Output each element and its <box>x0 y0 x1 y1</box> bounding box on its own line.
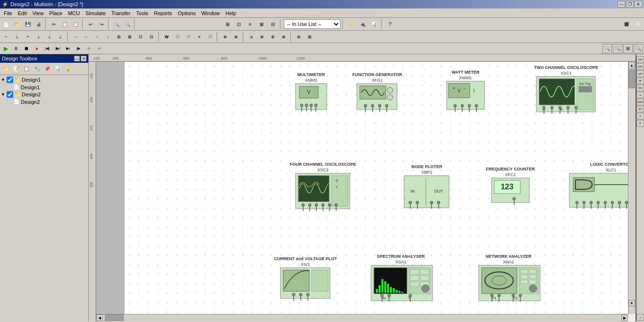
comp-ind[interactable]: ⊡ <box>136 32 146 42</box>
scroll-left-btn[interactable]: ◀ <box>96 314 103 321</box>
comp-oplus4[interactable]: ⊕ <box>268 32 278 42</box>
scrollbar-bottom[interactable]: ◀ ▶ <box>96 314 628 322</box>
comp-btn2[interactable]: ⊡ <box>234 19 244 29</box>
comp-diode[interactable]: ⊟ <box>146 32 157 42</box>
scroll-down-btn[interactable]: ▼ <box>628 300 635 306</box>
stop-button[interactable]: ⏹ <box>22 44 31 53</box>
canvas-main[interactable]: MULTIMETER XMM1 V <box>96 62 628 314</box>
toolbox-new-icon[interactable]: 📁 <box>1 64 10 74</box>
minimize-button[interactable]: — <box>618 1 625 8</box>
right-panel-btn-bottom[interactable]: ↕ <box>636 314 644 321</box>
right-panel-btn-10[interactable]: 0 <box>636 120 644 127</box>
toolbox-open-icon[interactable]: 📝 <box>11 64 21 74</box>
menu-window[interactable]: Window <box>198 9 222 17</box>
scroll-hthumb[interactable] <box>105 314 124 321</box>
comp-ground[interactable]: ⊥ <box>12 32 22 42</box>
tree-item-design1-root[interactable]: ▼ 📁 Design1 <box>1 76 87 84</box>
sim-cursor2[interactable]: ⊹ <box>94 44 104 53</box>
pause-button[interactable]: ⏸ <box>11 44 21 53</box>
run-button[interactable]: ▶ <box>1 44 10 53</box>
sim-step4[interactable]: |▶ <box>74 44 83 53</box>
right-panel-btn-3[interactable]: μA <box>636 70 644 77</box>
comp-circle[interactable]: ⌀ <box>246 32 256 42</box>
toolbox-close-btn[interactable]: ✕ <box>81 56 86 61</box>
comp-arrow-l[interactable]: ← <box>81 32 92 42</box>
save-button[interactable]: 💾 <box>23 19 33 29</box>
toolbox-settings-icon[interactable]: 🔧 <box>32 64 42 74</box>
right-panel-btn-7[interactable]: ZAG <box>636 99 644 105</box>
toolbox-chart-icon[interactable]: 📊 <box>53 64 62 74</box>
sim-btn3[interactable]: 📊 <box>369 19 379 29</box>
copy-button[interactable]: 📋 <box>59 19 70 29</box>
help-btn[interactable]: ? <box>385 19 395 29</box>
zoom-fit[interactable]: ⊞ <box>623 44 633 53</box>
comp-oplus2[interactable]: ⊕ <box>231 32 241 42</box>
scrollbar-right[interactable]: ▲ ▼ <box>628 62 636 314</box>
menu-transfer[interactable]: Transfer <box>109 9 134 17</box>
toolbox-pin-icon[interactable]: 📌 <box>42 64 52 74</box>
comp-obox[interactable]: ⊠ <box>305 32 315 42</box>
tree-item-design2-file[interactable]: 📄 Design2 <box>8 98 87 105</box>
menu-file[interactable]: File <box>1 9 15 17</box>
comp-w[interactable]: W <box>161 32 172 42</box>
right-panel-btn-1[interactable]: 1Ω <box>636 56 644 63</box>
scroll-right-btn[interactable]: ▶ <box>621 314 628 321</box>
comp-hex1[interactable]: ⬡ <box>172 32 183 42</box>
comp-otimes[interactable]: ⊗ <box>294 32 304 42</box>
comp-btn1[interactable]: ⊞ <box>222 19 233 29</box>
sim-btn2[interactable]: 🔌 <box>357 19 368 29</box>
right-panel-btn-6[interactable]: s <box>636 92 644 98</box>
comp-arrow-d[interactable]: ↓ <box>103 32 113 42</box>
float-btn[interactable]: ⬜ <box>633 19 643 29</box>
cut-button[interactable]: ✂ <box>49 19 59 29</box>
comp-lines[interactable]: ≡ <box>194 32 204 42</box>
sim-step3[interactable]: ▶| <box>63 44 73 53</box>
print-button[interactable]: 🖨 <box>34 19 44 29</box>
tree-checkbox-design2[interactable] <box>7 91 13 98</box>
comp-res[interactable]: ⊞ <box>114 32 124 42</box>
menu-tools[interactable]: Tools <box>133 9 151 17</box>
comp-btn3[interactable]: ≡ <box>245 19 255 29</box>
tree-checkbox-design1[interactable] <box>7 76 13 83</box>
new-button[interactable]: 📄 <box>1 19 11 29</box>
comp-oplus5[interactable]: ⊕ <box>279 32 289 42</box>
close-button[interactable]: ✕ <box>635 1 642 8</box>
maximize-button[interactable]: ❐ <box>626 1 634 8</box>
sim-btn1[interactable]: ⚡ <box>346 19 356 29</box>
redo-button[interactable]: ↪ <box>96 19 107 29</box>
menu-mcu[interactable]: MCU <box>65 9 83 17</box>
comp-oplus1[interactable]: ⊕ <box>220 32 230 42</box>
comp-plus[interactable]: + <box>23 32 33 42</box>
right-panel-btn-8[interactable]: XY <box>636 106 644 112</box>
menu-reports[interactable]: Reports <box>151 9 175 17</box>
right-panel-btn-9[interactable]: 1 <box>636 113 644 119</box>
scroll-thumb[interactable] <box>628 69 635 88</box>
paste-button[interactable]: 📋 <box>70 19 81 29</box>
comp-arrow-r[interactable]: → <box>70 32 81 42</box>
comp-arrow-u[interactable]: ↑ <box>92 32 102 42</box>
tree-item-design1-file[interactable]: 📄 Design1 <box>8 84 87 91</box>
sim-step2[interactable]: |▶| <box>53 44 62 53</box>
scroll-up-btn[interactable]: ▲ <box>628 62 635 68</box>
toolbox-header-btns[interactable]: — ✕ <box>74 56 86 61</box>
comp-btn4[interactable]: ⊠ <box>256 19 267 29</box>
menu-simulate[interactable]: Simulate <box>83 9 109 17</box>
comp-cap[interactable]: ⊠ <box>125 32 135 42</box>
comp-junction[interactable]: ⊥ <box>55 32 66 42</box>
sim-step1[interactable]: |◀| <box>42 44 52 53</box>
comp-hex3[interactable]: ⬡ <box>205 32 215 42</box>
zoom-out-button[interactable]: 🔍 <box>122 19 133 29</box>
menu-help[interactable]: Help <box>223 9 239 17</box>
undo-button[interactable]: ↩ <box>85 19 96 29</box>
open-button[interactable]: 📂 <box>12 19 22 29</box>
menu-place[interactable]: Place <box>46 9 65 17</box>
comp-oplus3[interactable]: ⊕ <box>257 32 267 42</box>
right-panel-btn-4[interactable]: W <box>636 77 644 84</box>
comp-hex2[interactable]: ⬡ <box>183 32 194 42</box>
toolbox-bulb-icon[interactable]: 💡 <box>63 64 73 74</box>
right-panel-btn-2[interactable]: mV <box>636 63 644 70</box>
zoom-in-canvas[interactable]: 🔍 <box>602 44 612 53</box>
comp-btn5[interactable]: ⊟ <box>268 19 278 29</box>
sim-cursor[interactable]: ⊹ <box>84 44 93 53</box>
right-panel-btn-5[interactable]: Hz <box>636 85 644 91</box>
